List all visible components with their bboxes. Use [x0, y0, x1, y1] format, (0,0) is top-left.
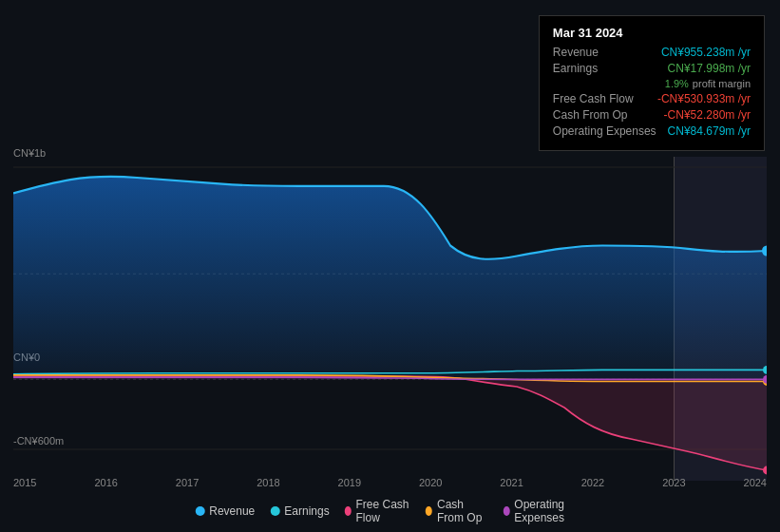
tooltip-box: Mar 31 2024 Revenue CN¥955.238m /yr Earn… [539, 15, 765, 151]
legend-fcf[interactable]: Free Cash Flow [345, 498, 411, 524]
tooltip-date: Mar 31 2024 [553, 26, 751, 40]
revenue-value: CN¥955.238m /yr [661, 46, 751, 59]
fcf-dot [345, 506, 352, 516]
tooltip-earnings-row: Earnings CN¥17.998m /yr [553, 62, 751, 75]
chart-legend: Revenue Earnings Free Cash Flow Cash Fro… [195, 498, 585, 524]
opex-dot [503, 506, 509, 516]
profit-margin-row: 1.9% profit margin [553, 78, 751, 89]
x-label-2020: 2020 [419, 477, 442, 488]
earnings-dot [270, 506, 279, 516]
cfo-value: -CN¥52.280m /yr [664, 108, 751, 122]
earnings-label: Earnings [553, 62, 598, 75]
chart-svg [13, 157, 767, 481]
legend-cfo-label: Cash From Op [437, 498, 488, 524]
revenue-dot [195, 506, 204, 516]
x-label-2018: 2018 [257, 477, 279, 488]
tooltip-cfo-row: Cash From Op -CN¥52.280m /yr [553, 108, 751, 122]
profit-margin-pct: 1.9% [665, 78, 689, 89]
legend-cfo[interactable]: Cash From Op [426, 498, 487, 524]
opex-label: Operating Expenses [553, 124, 656, 138]
fcf-value: -CN¥530.933m /yr [657, 92, 751, 105]
x-label-2019: 2019 [338, 477, 361, 488]
legend-opex-label: Operating Expenses [514, 498, 584, 524]
cfo-dot [426, 506, 432, 516]
profit-margin-label: profit margin [693, 78, 751, 89]
revenue-label: Revenue [553, 46, 599, 59]
cfo-label: Cash From Op [553, 108, 628, 122]
x-label-2021: 2021 [500, 477, 523, 488]
chart-container: Mar 31 2024 Revenue CN¥955.238m /yr Earn… [0, 0, 780, 532]
x-label-2017: 2017 [176, 477, 199, 488]
x-label-2022: 2022 [581, 477, 604, 488]
fcf-label: Free Cash Flow [553, 92, 634, 105]
legend-revenue[interactable]: Revenue [195, 504, 255, 518]
x-label-2024: 2024 [744, 477, 767, 488]
legend-earnings[interactable]: Earnings [270, 504, 329, 518]
legend-earnings-label: Earnings [284, 504, 329, 518]
earnings-value: CN¥17.998m /yr [668, 62, 751, 75]
legend-revenue-label: Revenue [209, 504, 255, 518]
opex-value: CN¥84.679m /yr [668, 124, 751, 138]
tooltip-opex-row: Operating Expenses CN¥84.679m /yr [553, 124, 751, 138]
tooltip-revenue-row: Revenue CN¥955.238m /yr [553, 46, 751, 59]
x-label-2016: 2016 [94, 477, 117, 488]
x-axis: 2015 2016 2017 2018 2019 2020 2021 2022 … [13, 477, 767, 488]
tooltip-fcf-row: Free Cash Flow -CN¥530.933m /yr [553, 92, 751, 105]
legend-fcf-label: Free Cash Flow [355, 498, 410, 524]
x-label-2023: 2023 [662, 477, 685, 488]
x-label-2015: 2015 [13, 477, 36, 488]
legend-opex[interactable]: Operating Expenses [503, 498, 584, 524]
